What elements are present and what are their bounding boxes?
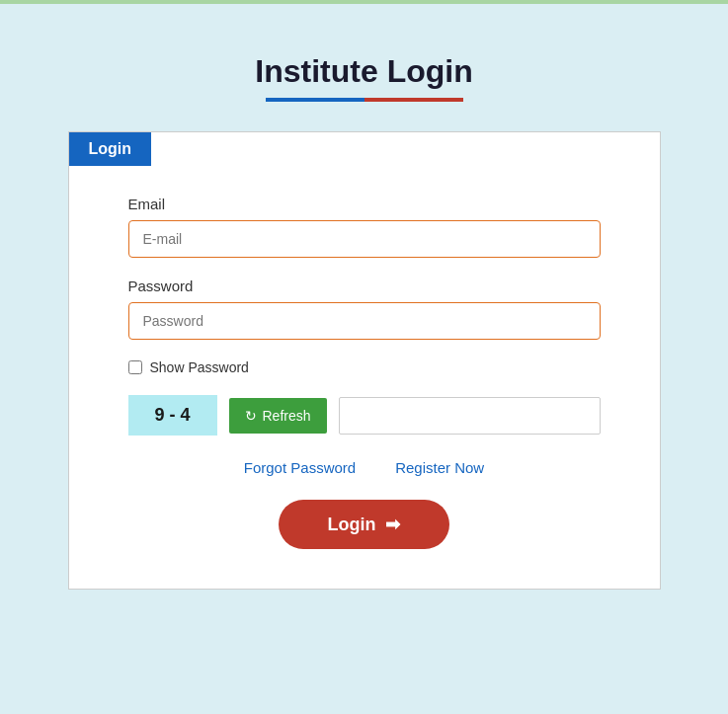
register-now-link[interactable]: Register Now (395, 459, 484, 476)
page-title: Institute Login (255, 53, 472, 90)
show-password-row: Show Password (128, 359, 601, 375)
refresh-button[interactable]: ↻ Refresh (229, 398, 327, 434)
form-area: Email Password Show Password 9 - 4 ↻ Ref… (69, 196, 660, 549)
refresh-icon: ↻ (245, 408, 257, 424)
captcha-input[interactable] (339, 397, 601, 435)
page-header: Institute Login (255, 53, 472, 102)
title-underline (266, 98, 463, 102)
login-card: Login Email Password Show Password 9 - 4… (68, 131, 661, 590)
captcha-display: 9 - 4 (128, 395, 217, 436)
underline-red (364, 98, 463, 102)
login-button[interactable]: Login ➡ (279, 500, 450, 549)
show-password-label[interactable]: Show Password (150, 359, 249, 375)
show-password-checkbox[interactable] (128, 360, 142, 374)
email-input[interactable] (128, 220, 601, 258)
refresh-label: Refresh (263, 408, 311, 424)
login-arrow-icon: ➡ (385, 514, 400, 535)
captcha-row: 9 - 4 ↻ Refresh (128, 395, 601, 436)
password-label: Password (128, 278, 601, 294)
underline-blue (266, 98, 364, 102)
password-group: Password (128, 278, 601, 340)
login-tab: Login (69, 132, 152, 166)
password-input[interactable] (128, 302, 601, 340)
email-label: Email (128, 196, 601, 212)
email-group: Email (128, 196, 601, 258)
links-row: Forgot Password Register Now (128, 459, 601, 476)
top-bar (0, 0, 728, 4)
forgot-password-link[interactable]: Forgot Password (244, 459, 356, 476)
login-button-label: Login (328, 515, 376, 535)
